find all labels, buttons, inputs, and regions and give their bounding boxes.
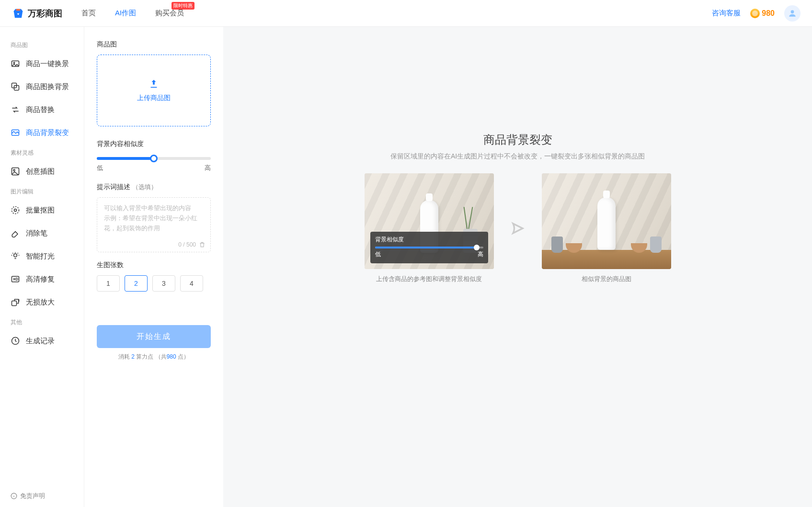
count-title: 生图张数 <box>97 261 211 270</box>
sidebar-item-replace[interactable]: 商品替换 <box>0 98 84 121</box>
illustration-icon <box>11 167 20 176</box>
count-option-2[interactable]: 2 <box>125 275 148 292</box>
brand-logo[interactable]: 万彩商图 <box>11 7 62 20</box>
demo-right-caption: 相似背景的商品图 <box>542 275 671 283</box>
credit-balance[interactable]: 980 <box>750 9 775 18</box>
hd-icon <box>11 274 20 284</box>
disclaimer-link[interactable]: 免责声明 <box>11 492 45 500</box>
app-header: 万彩商图 首页 AI作图 购买会员 限时特惠 咨询客服 980 <box>0 0 812 27</box>
slider-thumb[interactable] <box>150 155 158 162</box>
demo-left-caption: 上传含商品的参考图和调整背景相似度 <box>365 275 494 283</box>
nav-membership[interactable]: 购买会员 限时特惠 <box>155 9 184 18</box>
logo-icon <box>11 7 25 20</box>
generate-button[interactable]: 开始生成 <box>97 325 211 348</box>
info-icon <box>11 493 17 499</box>
svg-point-7 <box>13 169 15 171</box>
demo-right-image <box>542 173 671 269</box>
sidebar-item-change-bg[interactable]: 商品图换背景 <box>0 75 84 98</box>
credit-amount: 980 <box>762 9 775 18</box>
avatar-icon <box>788 9 797 18</box>
arrow-right-icon <box>508 219 527 238</box>
bg-swap-icon <box>11 82 20 91</box>
count-option-4[interactable]: 4 <box>180 275 203 292</box>
similarity-section: 背景内容相似度 低 高 <box>97 140 211 172</box>
sidebar-item-eraser[interactable]: 消除笔 <box>0 222 84 245</box>
similarity-title: 背景内容相似度 <box>97 140 211 148</box>
similarity-slider[interactable] <box>97 157 211 160</box>
preview-area: 商品背景裂变 保留区域里的内容在AI生成图片过程中不会被改变，一键裂变出多张相似… <box>223 27 812 507</box>
slider-fill <box>97 157 154 160</box>
sidebar: 商品图 商品一键换景 商品图换背景 商品替换 商品背景裂变 素材灵感 创意插图 … <box>0 27 84 507</box>
count-option-3[interactable]: 3 <box>152 275 175 292</box>
slider-low-label: 低 <box>97 164 103 172</box>
coin-icon <box>750 9 760 18</box>
nav-membership-label: 购买会员 <box>155 9 184 17</box>
upscale-icon <box>11 297 20 307</box>
count-section: 生图张数 1 2 3 4 <box>97 261 211 292</box>
demo-left: 背景相似度 低高 上传含商品的参考图和调整背景相似度 <box>365 173 494 283</box>
prompt-counter: 0 / 500 <box>178 241 206 248</box>
eraser-icon <box>11 228 20 238</box>
slider-labels: 低 高 <box>97 164 211 172</box>
svg-point-9 <box>14 209 17 212</box>
history-icon <box>11 336 20 346</box>
contact-support[interactable]: 咨询客服 <box>712 9 741 18</box>
cost-hint: 消耗 2 算力点 （共980 点） <box>97 353 211 361</box>
sidebar-item-history[interactable]: 生成记录 <box>0 329 84 352</box>
upload-label: 上传商品图 <box>137 94 171 102</box>
prompt-box: 0 / 500 <box>97 197 211 252</box>
count-option-1[interactable]: 1 <box>97 275 120 292</box>
slider-high-label: 高 <box>205 164 211 172</box>
upload-section-title: 商品图 <box>97 40 211 49</box>
svg-rect-12 <box>12 301 17 306</box>
replace-icon <box>11 105 20 114</box>
demo-left-image: 背景相似度 低高 <box>365 173 494 269</box>
light-icon <box>11 251 20 261</box>
sidebar-item-batch-cutout[interactable]: 批量抠图 <box>0 199 84 222</box>
header-right: 咨询客服 980 <box>712 5 801 22</box>
nav-ai-draw[interactable]: AI作图 <box>115 9 136 18</box>
sidebar-item-illustration[interactable]: 创意插图 <box>0 160 84 183</box>
brand-name: 万彩商图 <box>28 8 62 19</box>
sidebar-item-hd-repair[interactable]: 高清修复 <box>0 268 84 291</box>
svg-point-2 <box>13 62 15 64</box>
side-group-product: 商品图 <box>0 38 84 52</box>
svg-point-8 <box>12 207 19 214</box>
side-group-other: 其他 <box>0 315 84 329</box>
svg-point-10 <box>14 254 17 257</box>
user-avatar[interactable] <box>784 5 801 22</box>
upload-dropzone[interactable]: 上传商品图 <box>97 55 211 126</box>
config-panel: 商品图 上传商品图 背景内容相似度 低 高 提示词描述 （选填） 0 / 500 <box>84 27 223 507</box>
upload-icon <box>149 79 159 89</box>
sidebar-item-relight[interactable]: 智能打光 <box>0 245 84 268</box>
fission-icon <box>11 128 20 137</box>
scene-icon <box>11 59 20 68</box>
demo-right: 相似背景的商品图 <box>542 173 671 283</box>
sidebar-item-switch-scene[interactable]: 商品一键换景 <box>0 52 84 75</box>
side-group-edit: 图片编辑 <box>0 185 84 199</box>
prompt-section-title: 提示词描述 （选填） <box>97 183 211 192</box>
top-nav: 首页 AI作图 购买会员 限时特惠 <box>81 9 184 18</box>
nav-home[interactable]: 首页 <box>81 9 96 18</box>
side-group-inspire: 素材灵感 <box>0 146 84 160</box>
hero-subtitle: 保留区域里的内容在AI生成图片过程中不会被改变，一键裂变出多张相似背景的商品图 <box>331 152 705 161</box>
hero-title: 商品背景裂变 <box>331 132 705 147</box>
cutout-icon <box>11 205 20 215</box>
promo-badge: 限时特惠 <box>172 2 194 10</box>
demo-slider-overlay: 背景相似度 低高 <box>370 232 488 263</box>
sidebar-item-upscale[interactable]: 无损放大 <box>0 291 84 314</box>
sidebar-item-bg-fission[interactable]: 商品背景裂变 <box>0 121 84 144</box>
hero-card: 商品背景裂变 保留区域里的内容在AI生成图片过程中不会被改变，一键裂变出多张相似… <box>331 132 705 283</box>
trash-icon[interactable] <box>199 241 206 248</box>
svg-point-0 <box>791 10 794 13</box>
